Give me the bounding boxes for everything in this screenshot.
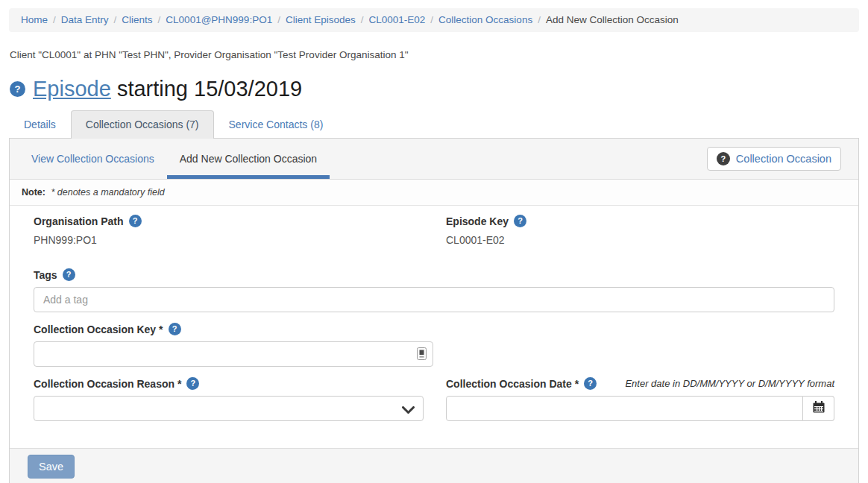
calendar-picker-button[interactable] bbox=[803, 396, 834, 421]
breadcrumb-separator: / bbox=[53, 14, 56, 25]
note-label: Note: bbox=[22, 187, 45, 198]
episode-key-label: Episode Key bbox=[446, 215, 509, 227]
breadcrumb-separator: / bbox=[538, 14, 541, 25]
breadcrumb-link-clients[interactable]: Clients bbox=[122, 14, 152, 25]
tags-help-icon[interactable]: ? bbox=[63, 268, 75, 281]
breadcrumb-link-client[interactable]: CL0001@PHN999:PO1 bbox=[166, 14, 272, 25]
mandatory-field-note: Note: * denotes a mandatory field bbox=[10, 180, 858, 206]
collection-occasion-key-label: Collection Occasion Key * bbox=[34, 323, 163, 335]
help-icon: ? bbox=[717, 152, 730, 165]
breadcrumb-link-home[interactable]: Home bbox=[21, 14, 48, 25]
organisation-path-label: Organisation Path bbox=[34, 215, 124, 227]
organisation-path-value: PHN999:PO1 bbox=[34, 234, 446, 246]
collection-occasion-date-input[interactable] bbox=[446, 396, 803, 421]
breadcrumb-separator: / bbox=[158, 14, 161, 25]
collection-occasion-key-help-icon[interactable]: ? bbox=[169, 323, 181, 335]
breadcrumb-link-client-episodes[interactable]: Client Episodes bbox=[286, 14, 356, 25]
episode-key-value: CL0001-E02 bbox=[446, 234, 833, 246]
breadcrumb-separator: / bbox=[430, 14, 433, 25]
page: Home/Data Entry/Clients/CL0001@PHN999:PO… bbox=[0, 0, 868, 483]
tab-service-contacts[interactable]: Service Contacts (8) bbox=[214, 110, 339, 139]
breadcrumb-link-collection-occasions[interactable]: Collection Occasions bbox=[438, 14, 532, 25]
tab-collection-occasions[interactable]: Collection Occasions (7) bbox=[71, 110, 214, 139]
episode-key-field: Episode Key ? CL0001-E02 bbox=[446, 215, 833, 246]
client-summary: Client "CL0001" at PHN "Test PHN", Provi… bbox=[10, 49, 859, 60]
add-collection-occasion-form: Organisation Path ? PHN999:PO1 Episode K… bbox=[10, 206, 858, 448]
collection-occasion-key-field: Collection Occasion Key * ? bbox=[34, 323, 833, 367]
subtab-add-new-collection-occasion[interactable]: Add New Collection Occasion bbox=[167, 139, 330, 179]
subtab-bar: View Collection Occasions Add New Collec… bbox=[10, 139, 858, 180]
collection-occasion-reason-select[interactable] bbox=[34, 396, 424, 421]
collection-occasion-date-label: Collection Occasion Date * bbox=[446, 378, 579, 390]
collection-occasion-date-help-icon[interactable]: ? bbox=[584, 377, 597, 390]
save-button[interactable]: Save bbox=[28, 455, 75, 479]
collection-occasion-reason-field: Collection Occasion Reason * ? bbox=[34, 377, 446, 421]
page-title-suffix: starting 15/03/2019 bbox=[117, 77, 302, 101]
collection-occasions-panel: View Collection Occasions Add New Collec… bbox=[9, 138, 859, 483]
collection-occasion-help-button[interactable]: ? Collection Occasion bbox=[707, 147, 841, 171]
episode-help-icon[interactable]: ? bbox=[10, 81, 25, 97]
breadcrumb-link-episode[interactable]: CL0001-E02 bbox=[369, 14, 426, 25]
page-title: ? Episode starting 15/03/2019 bbox=[10, 75, 859, 102]
episode-link[interactable]: Episode bbox=[33, 77, 111, 101]
episode-key-help-icon[interactable]: ? bbox=[514, 215, 526, 227]
breadcrumb-current: Add New Collection Occasion bbox=[546, 14, 679, 25]
help-button-label: Collection Occasion bbox=[736, 153, 831, 165]
organisation-path-field: Organisation Path ? PHN999:PO1 bbox=[34, 215, 446, 246]
date-format-hint: Enter date in DD/MM/YYYY or D/M/YYYY for… bbox=[625, 378, 834, 389]
breadcrumb: Home/Data Entry/Clients/CL0001@PHN999:PO… bbox=[9, 8, 859, 32]
tags-field: Tags ? bbox=[34, 268, 833, 312]
breadcrumb-separator: / bbox=[114, 14, 117, 25]
subtab-view-collection-occasions[interactable]: View Collection Occasions bbox=[19, 139, 167, 179]
form-footer: Save bbox=[10, 448, 858, 483]
tab-details[interactable]: Details bbox=[9, 110, 71, 139]
tab-bar: Details Collection Occasions (7) Service… bbox=[9, 110, 859, 138]
note-text: * denotes a mandatory field bbox=[51, 187, 164, 198]
collection-occasion-key-input[interactable] bbox=[34, 341, 433, 367]
breadcrumb-separator: / bbox=[277, 14, 280, 25]
breadcrumb-link-data-entry[interactable]: Data Entry bbox=[61, 14, 109, 25]
collection-occasion-reason-label: Collection Occasion Reason * bbox=[34, 378, 181, 390]
collection-occasion-reason-help-icon[interactable]: ? bbox=[186, 377, 199, 390]
breadcrumb-separator: / bbox=[361, 14, 364, 25]
collection-occasion-date-field: Collection Occasion Date * ? Enter date … bbox=[446, 377, 834, 421]
organisation-path-help-icon[interactable]: ? bbox=[129, 215, 142, 227]
tags-label: Tags bbox=[34, 269, 57, 281]
tags-input[interactable] bbox=[34, 287, 834, 312]
calendar-icon bbox=[813, 401, 825, 416]
